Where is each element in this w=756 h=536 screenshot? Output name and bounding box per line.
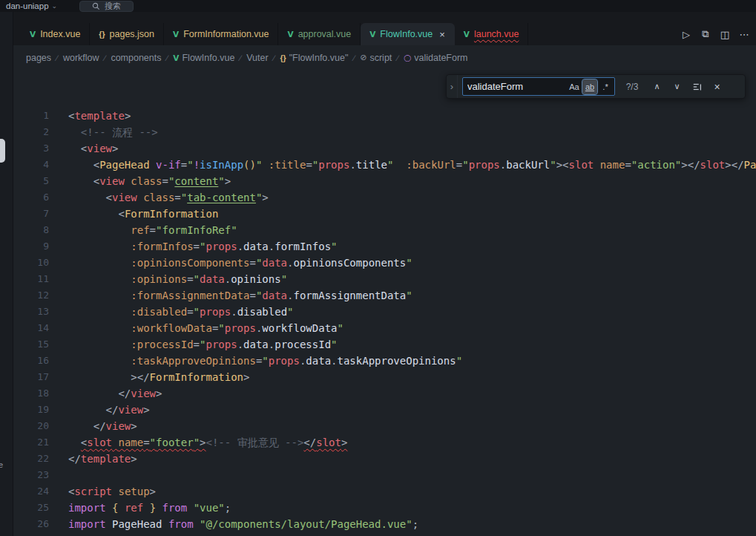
regex-button[interactable]: .* — [598, 79, 613, 94]
code-text[interactable]: <view class="tab-content"> — [49, 189, 269, 206]
code-text[interactable]: </view> — [49, 418, 137, 434]
whole-word-button[interactable]: ab — [582, 79, 597, 94]
code-line[interactable]: 4 <PageHead v-if="!isInApp()" :title="pr… — [13, 157, 756, 173]
line-number[interactable]: 16 — [13, 353, 49, 369]
line-number[interactable]: 20 — [13, 418, 49, 434]
find-previous-button[interactable]: ∧ — [649, 79, 665, 94]
code-line[interactable]: 19 </view> — [13, 402, 756, 418]
command-center-search[interactable]: 搜索 — [79, 1, 134, 12]
find-input[interactable] — [467, 81, 566, 92]
line-number[interactable]: 6 — [13, 189, 49, 206]
line-number[interactable]: 2 — [13, 124, 49, 140]
find-next-button[interactable]: ∨ — [669, 79, 685, 94]
line-number[interactable]: 23 — [13, 467, 49, 483]
code-line[interactable]: 24<script setup> — [13, 483, 756, 500]
code-text[interactable]: <FormInformation — [49, 206, 218, 222]
code-text[interactable]: </view> — [49, 402, 150, 418]
more-actions-button[interactable]: ⋯ — [735, 29, 753, 40]
code-line[interactable]: 6 <view class="tab-content"> — [13, 189, 756, 206]
line-number[interactable]: 22 — [13, 451, 49, 467]
code-text[interactable]: :processId="props.data.processId" — [49, 336, 338, 353]
line-number[interactable]: 15 — [13, 336, 49, 353]
code-line[interactable]: 7 <FormInformation — [13, 206, 756, 222]
tab-pages-json[interactable]: {}pages.json — [90, 23, 164, 45]
line-number[interactable]: 3 — [13, 140, 49, 157]
code-line[interactable]: 12 :formAssignmentData="data.formAssignm… — [13, 287, 756, 304]
line-number[interactable]: 19 — [13, 402, 49, 418]
code-line[interactable]: 11 :opinions="data.opinions" — [13, 271, 756, 287]
code-text[interactable]: </view> — [49, 385, 162, 402]
code-text[interactable]: <slot name="footer"><!-- 审批意见 --></slot> — [49, 434, 347, 451]
code-text[interactable]: ></FormInformation> — [49, 369, 249, 385]
code-line[interactable]: 8 ref="formInfoRef" — [13, 222, 756, 238]
code-line[interactable]: 16 :taskApproveOpinions="props.data.task… — [13, 353, 756, 369]
run-debug-button[interactable]: ⧉ — [697, 28, 714, 40]
tab-launch-vue[interactable]: Vlaunch.vue — [455, 23, 529, 45]
breadcrumb-item[interactable]: components — [111, 53, 161, 63]
code-text[interactable]: import { ref } from "vue"; — [49, 500, 231, 516]
code-text[interactable]: ref="formInfoRef" — [49, 222, 237, 238]
run-button[interactable]: ▷ — [677, 29, 695, 40]
tab-index-vue[interactable]: VIndex.vue — [21, 23, 90, 45]
line-number[interactable]: 8 — [13, 222, 49, 238]
scroll-handle[interactable] — [0, 139, 5, 163]
code-line[interactable]: 21 <slot name="footer"><!-- 审批意见 --></sl… — [13, 434, 756, 451]
code-text[interactable]: <template> — [49, 108, 131, 124]
code-text[interactable]: import PageHead from "@/components/layou… — [49, 516, 418, 532]
find-in-selection-button[interactable] — [689, 79, 705, 94]
line-number[interactable]: 25 — [13, 500, 49, 516]
code-text[interactable]: <!-- 流程 --> — [49, 124, 158, 140]
code-text[interactable]: :workflowData="props.workflowData" — [49, 320, 344, 336]
code-text[interactable]: :disabled="props.disabled" — [49, 304, 294, 320]
breadcrumb-item[interactable]: ⊘script — [360, 53, 392, 63]
line-number[interactable]: 21 — [13, 434, 49, 451]
code-text[interactable]: <view> — [49, 140, 118, 157]
code-line[interactable]: 1<template> — [13, 108, 756, 124]
code-text[interactable]: </template> — [49, 451, 137, 467]
code-line[interactable]: 2 <!-- 流程 --> — [13, 124, 756, 140]
line-number[interactable]: 4 — [13, 157, 49, 173]
line-number[interactable]: 7 — [13, 206, 49, 222]
code-line[interactable]: 10 :opinionsComponents="data.opinionsCom… — [13, 255, 756, 271]
code-line[interactable]: 14 :workflowData="props.workflowData" — [13, 320, 756, 336]
code-line[interactable]: 25import { ref } from "vue"; — [13, 500, 756, 516]
code-text[interactable]: :taskApproveOpinions="props.data.taskApp… — [49, 353, 462, 369]
code-line[interactable]: 9 :formInfos="props.data.formInfos" — [13, 238, 756, 255]
find-close-button[interactable]: × — [709, 79, 725, 94]
tab-forminformation-vue[interactable]: VFormInformation.vue — [164, 23, 278, 45]
breadcrumb-item[interactable]: VFlowInfo.vue — [173, 53, 234, 63]
line-number[interactable]: 18 — [13, 385, 49, 402]
code-line[interactable]: 17 ></FormInformation> — [13, 369, 756, 385]
find-toggle-chevron[interactable]: › — [447, 75, 458, 98]
code-text[interactable]: <PageHead v-if="!isInApp()" :title="prop… — [49, 157, 756, 173]
code-text[interactable]: :opinions="data.opinions" — [49, 271, 287, 287]
line-number[interactable]: 9 — [13, 238, 49, 255]
code-line[interactable]: 13 :disabled="props.disabled" — [13, 304, 756, 320]
tab-flowinfo-vue[interactable]: VFlowInfo.vue× — [361, 23, 455, 45]
tab-approval-vue[interactable]: Vapproval.vue — [278, 23, 361, 45]
breadcrumb-item[interactable]: ◯validateForm — [404, 53, 467, 63]
line-number[interactable]: 11 — [13, 271, 49, 287]
breadcrumb-item[interactable]: workflow — [63, 53, 99, 63]
workspace-name[interactable]: dan-uniapp — [6, 1, 49, 10]
code-text[interactable]: :opinionsComponents="data.opinionsCompon… — [49, 255, 412, 271]
code-line[interactable]: 18 </view> — [13, 385, 756, 402]
line-number[interactable]: 26 — [13, 516, 49, 532]
line-number[interactable]: 13 — [13, 304, 49, 320]
code-text[interactable]: :formAssignmentData="data.formAssignment… — [49, 287, 412, 304]
split-editor-button[interactable]: ◫ — [716, 29, 734, 40]
line-number[interactable]: 12 — [13, 287, 49, 304]
match-case-button[interactable]: Aa — [567, 79, 582, 94]
line-number[interactable]: 10 — [13, 255, 49, 271]
breadcrumb-item[interactable]: Vuter — [246, 53, 268, 63]
code-text[interactable]: <script setup> — [49, 483, 156, 500]
line-number[interactable]: 14 — [13, 320, 49, 336]
breadcrumb-item[interactable]: pages — [26, 53, 51, 63]
code-line[interactable]: 5 <view class="content"> — [13, 173, 756, 189]
line-number[interactable]: 24 — [13, 483, 49, 500]
code-text[interactable]: <view class="content"> — [49, 173, 231, 189]
code-line[interactable]: 22</template> — [13, 451, 756, 467]
line-number[interactable]: 1 — [13, 108, 49, 124]
code-editor[interactable]: 1<template>2 <!-- 流程 -->3 <view>4 <PageH… — [13, 70, 756, 536]
code-line[interactable]: 26import PageHead from "@/components/lay… — [13, 516, 756, 532]
